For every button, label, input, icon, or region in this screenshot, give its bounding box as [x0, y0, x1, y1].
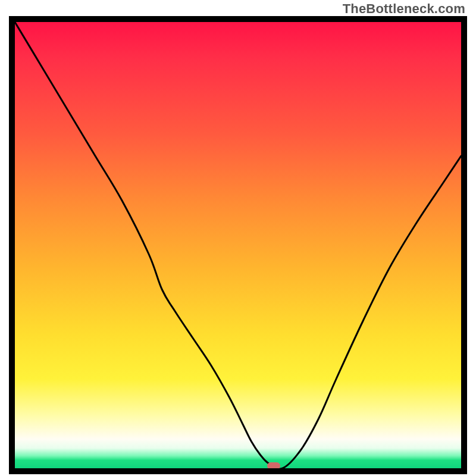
watermark-text: TheBottleneck.com [343, 1, 465, 17]
plot-area [15, 22, 461, 468]
plot-frame [9, 16, 467, 474]
bottleneck-curve [15, 22, 461, 468]
chart-container: TheBottleneck.com [0, 0, 476, 476]
optimal-point-marker [267, 462, 280, 468]
